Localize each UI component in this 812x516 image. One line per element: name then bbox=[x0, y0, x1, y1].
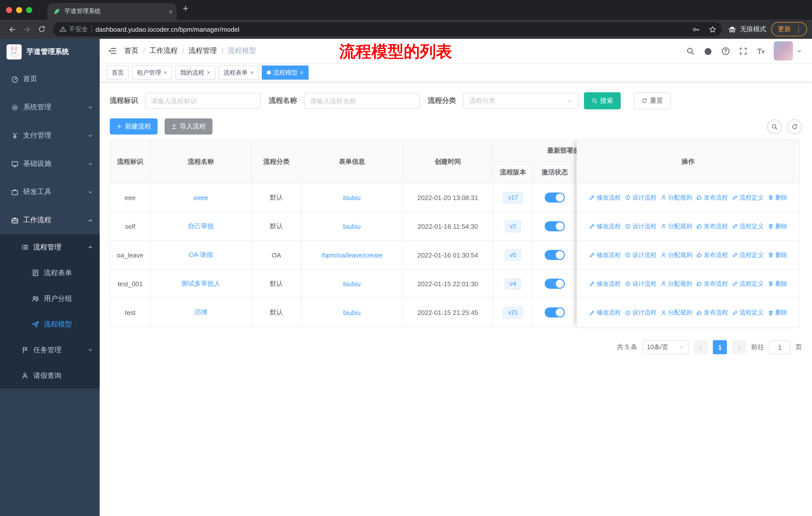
breadcrumb-process-management[interactable]: 流程管理 bbox=[189, 46, 217, 55]
form-info-link[interactable]: biubiu bbox=[343, 309, 360, 316]
edit-process-link[interactable]: 修改流程 bbox=[589, 251, 621, 259]
publish-process-link[interactable]: 发布流程 bbox=[696, 279, 728, 288]
fullscreen-icon[interactable] bbox=[738, 46, 748, 55]
delete-process-link[interactable]: 删除 bbox=[768, 193, 787, 202]
minimize-window-button[interactable] bbox=[16, 7, 22, 13]
bookmark-star-icon[interactable] bbox=[706, 23, 719, 36]
process-definition-link[interactable]: 流程定义 bbox=[732, 193, 764, 202]
new-tab-icon[interactable]: + bbox=[183, 3, 188, 14]
publish-process-link[interactable]: 发布流程 bbox=[696, 193, 728, 202]
sidebar-item-user-group[interactable]: 用户分组 bbox=[0, 286, 100, 311]
browser-menu-icon[interactable]: ⋮ bbox=[793, 25, 804, 34]
design-process-link[interactable]: 设计流程 bbox=[625, 308, 657, 317]
sidebar-item-leave-query[interactable]: 请假查询 bbox=[0, 363, 100, 388]
active-status-toggle[interactable] bbox=[545, 307, 565, 318]
help-icon[interactable] bbox=[721, 46, 730, 55]
breadcrumb-workflow[interactable]: 工作流程 bbox=[149, 46, 178, 55]
delete-process-link[interactable]: 删除 bbox=[768, 222, 787, 230]
edit-process-link[interactable]: 修改流程 bbox=[589, 308, 621, 317]
update-button[interactable]: 更新 ⋮ bbox=[771, 22, 807, 36]
user-avatar-menu[interactable] bbox=[774, 41, 802, 60]
active-status-toggle[interactable] bbox=[545, 221, 565, 231]
prev-page-button[interactable] bbox=[694, 340, 708, 354]
goto-page-input[interactable] bbox=[769, 340, 790, 354]
sidebar-item-devtools[interactable]: 研发工具 bbox=[0, 178, 100, 206]
tag-process-form[interactable]: 流程表单× bbox=[219, 65, 259, 80]
current-page-button[interactable]: 1 bbox=[713, 340, 727, 354]
browser-tab[interactable]: 芋道管理系统 × bbox=[47, 3, 177, 20]
active-status-toggle[interactable] bbox=[545, 250, 565, 260]
breadcrumb-home[interactable]: 首页 bbox=[124, 46, 139, 55]
tag-tenant-management[interactable]: 租户管理× bbox=[132, 65, 172, 80]
close-window-button[interactable] bbox=[6, 7, 12, 13]
tab-close-icon[interactable]: × bbox=[169, 8, 173, 15]
github-icon[interactable] bbox=[703, 46, 712, 55]
tag-process-model[interactable]: 流程模型× bbox=[262, 65, 309, 80]
reset-button[interactable]: 重置 bbox=[634, 92, 671, 109]
sidebar-item-home[interactable]: 首页 bbox=[0, 65, 100, 93]
process-category-select[interactable]: 流程分类 bbox=[463, 93, 579, 109]
tag-my-process[interactable]: 我的流程× bbox=[175, 65, 215, 80]
tag-home[interactable]: 首页 bbox=[107, 65, 129, 80]
assign-rule-link[interactable]: 分配规则 bbox=[661, 222, 692, 230]
close-icon[interactable]: × bbox=[164, 69, 167, 76]
process-name-input[interactable] bbox=[304, 93, 420, 109]
edit-process-link[interactable]: 修改流程 bbox=[589, 193, 621, 202]
search-button[interactable]: 搜索 bbox=[584, 92, 621, 109]
page-size-select[interactable]: 10条/页 bbox=[642, 340, 689, 354]
process-name-link[interactable]: 测试多审批人 bbox=[181, 280, 221, 287]
sidebar-item-system[interactable]: 系统管理 bbox=[0, 93, 100, 121]
process-definition-link[interactable]: 流程定义 bbox=[732, 222, 764, 230]
close-icon[interactable]: × bbox=[250, 69, 254, 76]
delete-process-link[interactable]: 删除 bbox=[768, 279, 787, 288]
assign-rule-link[interactable]: 分配规则 bbox=[661, 308, 692, 317]
publish-process-link[interactable]: 发布流程 bbox=[696, 222, 728, 230]
process-definition-link[interactable]: 流程定义 bbox=[732, 251, 764, 259]
create-process-button[interactable]: 新建流程 bbox=[110, 118, 157, 135]
sidebar-item-infrastructure[interactable]: 基础设施 bbox=[0, 150, 100, 178]
form-info-link[interactable]: /bpm/oa/leave/create bbox=[321, 251, 383, 259]
edit-process-link[interactable]: 修改流程 bbox=[589, 222, 621, 230]
process-name-link[interactable]: eeee bbox=[194, 194, 208, 201]
design-process-link[interactable]: 设计流程 bbox=[625, 279, 657, 288]
reload-button[interactable] bbox=[34, 22, 49, 36]
process-id-input[interactable] bbox=[145, 93, 261, 109]
active-status-toggle[interactable] bbox=[545, 279, 565, 289]
design-process-link[interactable]: 设计流程 bbox=[625, 193, 657, 202]
process-definition-link[interactable]: 流程定义 bbox=[732, 279, 764, 288]
sidebar-item-payment[interactable]: 支付管理 bbox=[0, 121, 100, 150]
process-name-link[interactable]: 自己审批 bbox=[188, 222, 214, 230]
assign-rule-link[interactable]: 分配规则 bbox=[661, 193, 692, 202]
active-status-toggle[interactable] bbox=[545, 192, 565, 202]
address-bar[interactable]: 不安全 dashboard.yudao.iocoder.cn/bpm/manag… bbox=[53, 22, 722, 36]
next-page-button[interactable] bbox=[732, 340, 746, 354]
delete-process-link[interactable]: 删除 bbox=[768, 251, 787, 259]
toggle-search-button[interactable] bbox=[767, 119, 782, 134]
search-icon[interactable] bbox=[686, 46, 695, 55]
zoom-window-button[interactable] bbox=[26, 7, 32, 13]
form-info-link[interactable]: biubiu bbox=[343, 222, 360, 230]
sidebar-fold-icon[interactable] bbox=[108, 46, 117, 55]
close-icon[interactable]: × bbox=[300, 69, 303, 76]
assign-rule-link[interactable]: 分配规则 bbox=[661, 279, 692, 288]
delete-process-link[interactable]: 删除 bbox=[768, 308, 787, 317]
sidebar-item-process-management[interactable]: 流程管理 bbox=[0, 234, 100, 260]
font-size-icon[interactable] bbox=[756, 46, 765, 55]
sidebar-item-task-management[interactable]: 任务管理 bbox=[0, 337, 100, 363]
process-name-link[interactable]: OA 请假 bbox=[189, 251, 213, 259]
assign-rule-link[interactable]: 分配规则 bbox=[661, 251, 692, 259]
sidebar-item-process-model[interactable]: 流程模型 bbox=[0, 311, 100, 337]
edit-process-link[interactable]: 修改流程 bbox=[589, 279, 621, 288]
form-info-link[interactable]: biubiu bbox=[343, 194, 360, 201]
import-process-button[interactable]: 导入流程 bbox=[165, 118, 212, 135]
process-name-link[interactable]: 滔博 bbox=[194, 308, 207, 316]
refresh-table-button[interactable] bbox=[787, 119, 802, 134]
form-info-link[interactable]: biubiu bbox=[343, 280, 360, 288]
sidebar-item-workflow[interactable]: 工作流程 bbox=[0, 206, 100, 234]
password-key-icon[interactable] bbox=[689, 23, 702, 36]
close-icon[interactable]: × bbox=[207, 69, 210, 76]
back-button[interactable] bbox=[5, 22, 20, 36]
publish-process-link[interactable]: 发布流程 bbox=[696, 251, 728, 259]
design-process-link[interactable]: 设计流程 bbox=[625, 251, 657, 259]
security-status[interactable]: 不安全 bbox=[59, 25, 88, 33]
